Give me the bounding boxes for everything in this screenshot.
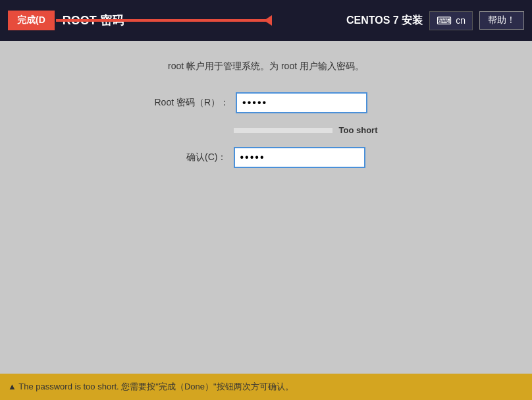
header: 完成(D ROOT 密码 CENTOS 7 安装 ⌨ cn 帮助！ xyxy=(0,0,532,41)
strength-row: Too short xyxy=(234,125,378,135)
footer-warning: ▲ The password is too short. 您需要按"完成（Don… xyxy=(0,374,532,400)
arrow-indicator xyxy=(56,19,267,22)
help-button[interactable]: 帮助！ xyxy=(479,11,524,30)
description-text: root 帐户用于管理系统。为 root 用户输入密码。 xyxy=(168,61,364,72)
lang-value: cn xyxy=(456,15,466,26)
main-content: root 帐户用于管理系统。为 root 用户输入密码。 Root 密码（R）：… xyxy=(0,41,532,374)
confirm-label: 确认(C)： xyxy=(155,152,227,163)
strength-bar-fill xyxy=(234,128,332,133)
strength-bar xyxy=(234,128,332,133)
language-selector[interactable]: ⌨ cn xyxy=(429,11,473,30)
password-label: Root 密码（R）： xyxy=(155,97,230,109)
password-input[interactable] xyxy=(236,92,367,113)
confirm-row: 确认(C)： xyxy=(155,147,378,168)
done-button[interactable]: 完成(D xyxy=(8,11,55,30)
strength-label: Too short xyxy=(339,125,378,135)
password-row: Root 密码（R）： xyxy=(155,92,378,113)
keyboard-icon: ⌨ xyxy=(437,14,452,27)
header-right: CENTOS 7 安装 ⌨ cn 帮助！ xyxy=(346,11,524,30)
form-area: Root 密码（R）： Too short 确认(C)： xyxy=(155,92,378,168)
confirm-input[interactable] xyxy=(234,147,365,168)
header-left: 完成(D ROOT 密码 xyxy=(8,11,124,30)
warning-text: ▲ The password is too short. 您需要按"完成（Don… xyxy=(8,381,294,393)
app-title: CENTOS 7 安装 xyxy=(346,14,423,28)
